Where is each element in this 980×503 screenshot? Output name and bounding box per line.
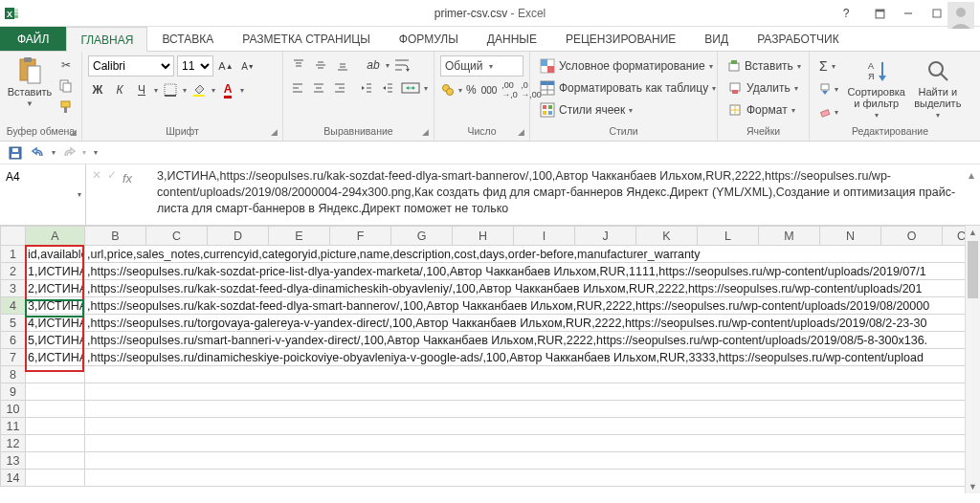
name-box-input[interactable] <box>4 168 78 186</box>
col-header[interactable]: B <box>85 227 146 246</box>
format-cells-button[interactable]: Формат▾ <box>724 99 803 120</box>
tab-view[interactable]: ВИД <box>690 27 743 51</box>
tab-page-layout[interactable]: РАЗМЕТКА СТРАНИЦЫ <box>228 27 385 51</box>
scrollbar-thumb[interactable] <box>968 241 978 298</box>
worksheet-grid[interactable]: A B C D E F G H I J K L M N O C 1id,avai… <box>0 226 980 493</box>
dialog-launcher-icon[interactable]: ◢ <box>67 126 78 138</box>
copy-button[interactable] <box>56 77 76 96</box>
row-header[interactable]: 3 <box>1 280 26 297</box>
cell[interactable] <box>85 435 981 452</box>
merge-button[interactable] <box>400 78 421 98</box>
italic-button[interactable]: К <box>110 80 129 99</box>
row-header[interactable]: 10 <box>1 401 26 418</box>
cell[interactable] <box>85 401 981 418</box>
clear-button[interactable]: ▾ <box>815 101 842 122</box>
tab-formulas[interactable]: ФОРМУЛЫ <box>385 27 473 51</box>
percent-button[interactable]: % <box>465 80 478 99</box>
tab-home[interactable]: ГЛАВНАЯ <box>66 27 147 52</box>
row-header[interactable]: 11 <box>1 418 26 435</box>
cell[interactable] <box>26 366 85 383</box>
format-painter-button[interactable] <box>56 98 76 117</box>
chevron-down-icon[interactable]: ▾ <box>386 61 390 70</box>
align-middle-button[interactable] <box>311 55 330 75</box>
col-header[interactable]: J <box>575 227 636 246</box>
cell[interactable] <box>85 452 981 470</box>
dialog-launcher-icon[interactable]: ◢ <box>515 126 526 138</box>
customize-qat-icon[interactable]: ▾ <box>94 148 98 157</box>
fill-color-button[interactable] <box>189 80 209 99</box>
formula-input[interactable]: 3,ИСТИНА,https://seopulses.ru/kak-sozdat… <box>153 164 963 225</box>
chevron-down-icon[interactable]: ▾ <box>183 86 187 95</box>
align-bottom-button[interactable] <box>333 55 352 75</box>
row-header[interactable]: 7 <box>1 349 26 366</box>
bold-button[interactable]: Ж <box>88 80 107 99</box>
dialog-launcher-icon[interactable]: ◢ <box>268 126 279 138</box>
redo-button[interactable] <box>59 143 78 163</box>
currency-button[interactable] <box>440 80 456 99</box>
row-header[interactable]: 12 <box>1 435 26 452</box>
cancel-formula-icon[interactable]: ✕ <box>92 168 101 182</box>
thousands-button[interactable]: 000 <box>480 80 499 99</box>
cell[interactable]: 5,ИСТИНА <box>26 332 85 349</box>
col-header[interactable]: A <box>26 227 85 246</box>
tab-insert[interactable]: ВСТАВКА <box>147 27 228 51</box>
cell[interactable] <box>26 435 85 452</box>
cell[interactable]: 2,ИСТИНА <box>26 280 85 297</box>
insert-cells-button[interactable]: Вставить▾ <box>724 55 803 77</box>
chevron-down-icon[interactable]: ▾ <box>78 190 81 199</box>
cell[interactable] <box>26 418 85 435</box>
cut-button[interactable]: ✂ <box>56 55 76 75</box>
fill-button[interactable]: ▾ <box>815 78 842 99</box>
increase-decimal-button[interactable]: ,00→,0 <box>501 80 519 99</box>
sort-filter-button[interactable]: AЯ Сортировка и фильтр▾ <box>845 55 908 121</box>
scroll-down-icon[interactable]: ▼ <box>966 480 980 493</box>
vertical-scrollbar[interactable]: ▲ ▼ <box>965 226 980 493</box>
align-left-button[interactable] <box>289 78 307 98</box>
col-header[interactable]: H <box>453 227 514 246</box>
underline-button[interactable]: Ч <box>132 80 151 99</box>
cell[interactable] <box>26 383 85 401</box>
cell[interactable]: ,https://seopulses.ru/torgovaya-galereya… <box>85 315 981 332</box>
col-header[interactable]: E <box>269 227 330 246</box>
chevron-down-icon[interactable]: ▾ <box>424 84 428 93</box>
file-tab[interactable]: ФАЙЛ <box>0 27 66 51</box>
cell[interactable]: id,available <box>26 246 85 263</box>
col-header[interactable]: I <box>514 227 575 246</box>
paste-button[interactable]: Вставить ▼ <box>6 55 54 110</box>
chevron-down-icon[interactable]: ▾ <box>240 86 244 95</box>
cell[interactable]: 6,ИСТИНА <box>26 349 85 366</box>
name-box[interactable]: ▾ <box>0 164 86 225</box>
chevron-down-icon[interactable]: ▾ <box>52 148 56 157</box>
cell[interactable] <box>85 366 981 383</box>
font-color-button[interactable]: A <box>218 80 237 99</box>
decrease-font-button[interactable]: A▼ <box>238 56 257 76</box>
delete-cells-button[interactable]: Удалить▾ <box>724 77 803 98</box>
chevron-down-icon[interactable]: ▾ <box>82 148 86 157</box>
help-icon[interactable]: ? <box>836 7 856 20</box>
borders-button[interactable] <box>161 80 180 99</box>
row-header[interactable]: 2 <box>1 263 26 280</box>
cell[interactable]: 4,ИСТИНА <box>26 315 85 332</box>
align-top-button[interactable] <box>289 55 308 75</box>
row-header[interactable]: 13 <box>1 452 26 470</box>
row-header[interactable]: 14 <box>1 470 26 487</box>
cell[interactable]: 1,ИСТИНА <box>26 263 85 280</box>
cell[interactable] <box>26 452 85 470</box>
cell[interactable]: ,https://seopulses.ru/dinamicheskiye-poi… <box>85 349 981 366</box>
chevron-down-icon[interactable]: ▾ <box>458 86 462 95</box>
decrease-indent-button[interactable] <box>358 78 376 98</box>
wrap-text-button[interactable] <box>392 55 412 75</box>
minimize-icon[interactable] <box>894 0 923 27</box>
cell[interactable]: ,https://seopulses.ru/kak-sozdat-price-l… <box>85 263 981 280</box>
conditional-formatting-button[interactable]: Условное форматирование▾ <box>536 55 711 77</box>
fx-icon[interactable]: fx <box>122 168 132 186</box>
col-header[interactable]: D <box>208 227 269 246</box>
col-header[interactable]: F <box>330 227 391 246</box>
enter-formula-icon[interactable]: ✓ <box>107 168 117 182</box>
tab-review[interactable]: РЕЦЕНЗИРОВАНИЕ <box>551 27 690 51</box>
col-header[interactable]: O <box>881 227 943 246</box>
autosum-button[interactable]: Σ▾ <box>815 55 842 77</box>
cell[interactable]: ,https://seopulses.ru/kak-sozdat-feed-dl… <box>85 280 981 297</box>
col-header[interactable]: C <box>146 227 208 246</box>
row-header[interactable]: 9 <box>1 383 26 401</box>
